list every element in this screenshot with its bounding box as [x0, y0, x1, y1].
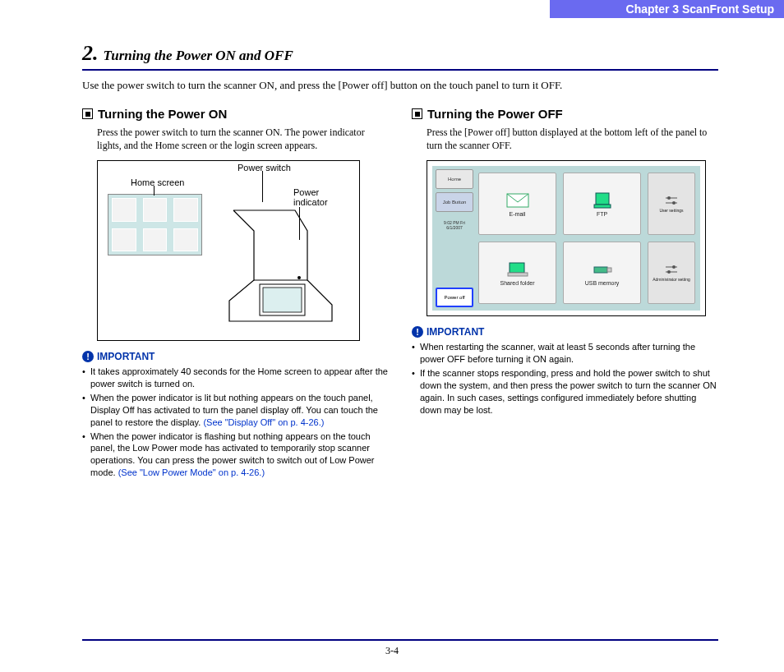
power-on-body: Press the power switch to turn the scann… — [82, 126, 389, 152]
tile-ftp[interactable]: FTP — [563, 173, 641, 235]
tile-label: E-mail — [510, 211, 526, 217]
svg-rect-4 — [596, 193, 609, 205]
power-on-notes: It takes approximately 40 seconds for th… — [82, 366, 389, 479]
svg-rect-1 — [263, 288, 302, 312]
svg-rect-13 — [607, 268, 611, 272]
svg-rect-12 — [594, 267, 607, 273]
pc-icon — [506, 260, 529, 278]
note-item: When the power indicator is lit but noth… — [82, 392, 389, 429]
leader-line — [154, 186, 154, 196]
svg-point-16 — [672, 265, 676, 269]
tile-label: USB memory — [585, 280, 620, 286]
subheading-power-on: Turning the Power ON — [82, 107, 389, 121]
column-power-off: Turning the Power OFF Press the [Power o… — [412, 107, 718, 481]
sidebar-poweroff-button[interactable]: Power off — [436, 288, 473, 307]
svg-point-9 — [672, 201, 676, 205]
tile-label: FTP — [597, 211, 607, 217]
important-label: IMPORTANT — [427, 326, 484, 338]
note-item: If the scanner stops responding, press a… — [412, 367, 718, 416]
svg-point-2 — [297, 276, 301, 279]
mail-icon — [506, 191, 529, 209]
svg-rect-11 — [508, 273, 528, 276]
note-item: When the power indicator is flashing but… — [82, 430, 389, 479]
page-number: 3-4 — [0, 645, 784, 657]
tile-usb[interactable]: USB memory — [563, 242, 641, 304]
subheading-text: Turning the Power OFF — [427, 107, 563, 121]
note-item: When restarting the scanner, wait at lea… — [412, 341, 718, 366]
mini-home-screen — [108, 194, 202, 255]
sidebar-datetime: 9:02 PM Fri 6/1/2007 — [436, 215, 473, 235]
tile-admin-settings[interactable]: Administrator setting — [648, 242, 695, 304]
tile-label: Administrator setting — [653, 277, 690, 282]
note-item: It takes approximately 40 seconds for th… — [82, 366, 389, 390]
section-title: 2. Turning the Power ON and OFF — [82, 41, 718, 71]
sidebar-job-button[interactable]: Job Button — [436, 192, 473, 212]
touchpanel-sidebar: Home Job Button 9:02 PM Fri 6/1/2007 Pow… — [436, 169, 473, 307]
important-label: IMPORTANT — [97, 351, 154, 362]
svg-point-17 — [667, 270, 671, 274]
figure-power-off: Home Job Button 9:02 PM Fri 6/1/2007 Pow… — [427, 160, 706, 316]
label-power-switch: Power switch — [238, 163, 291, 173]
footer-rule — [82, 639, 718, 641]
tile-email[interactable]: E-mail — [478, 173, 556, 235]
tile-label: Shared folder — [500, 280, 534, 286]
column-power-on: Turning the Power ON Press the power swi… — [82, 107, 389, 481]
scanner-drawing — [217, 202, 348, 334]
svg-rect-5 — [594, 205, 611, 208]
label-home-screen: Home screen — [131, 177, 184, 187]
important-icon: ! — [82, 351, 94, 362]
usb-icon — [591, 260, 614, 278]
tile-user-settings[interactable]: User settings — [648, 173, 695, 235]
bullet-box-icon — [82, 108, 93, 119]
chapter-header: Chapter 3 ScanFront Setup — [550, 0, 784, 18]
sliders-icon — [664, 195, 679, 206]
power-off-notes: When restarting the scanner, wait at lea… — [412, 341, 718, 416]
subheading-power-off: Turning the Power OFF — [412, 107, 718, 121]
sliders-icon — [664, 264, 679, 275]
server-icon — [591, 191, 614, 209]
svg-rect-10 — [510, 263, 524, 273]
tile-shared-folder[interactable]: Shared folder — [478, 242, 556, 304]
section-heading: Turning the Power ON and OFF — [104, 48, 293, 64]
figure-power-on: Home screen Power switch Power indicator — [97, 160, 360, 341]
page-content: 2. Turning the Power ON and OFF Use the … — [82, 41, 718, 631]
power-off-body: Press the [Power off] button displayed a… — [412, 126, 718, 152]
cross-ref-link[interactable]: (See "Low Power Mode" on p. 4-26.) — [118, 467, 265, 477]
touchpanel-grid: E-mail FTP User settings Shared fol — [478, 173, 695, 304]
tile-label: User settings — [659, 208, 683, 213]
cross-ref-link[interactable]: (See "Display Off" on p. 4-26.) — [203, 417, 324, 427]
leader-line — [262, 171, 263, 202]
important-callout: ! IMPORTANT — [412, 326, 718, 338]
section-number: 2. — [82, 41, 99, 66]
subheading-text: Turning the Power ON — [98, 107, 227, 121]
intro-text: Use the power switch to turn the scanner… — [82, 79, 718, 92]
important-callout: ! IMPORTANT — [82, 351, 389, 362]
bullet-box-icon — [412, 108, 422, 119]
sidebar-home-button[interactable]: Home — [436, 169, 473, 189]
svg-point-8 — [667, 196, 671, 200]
important-icon: ! — [412, 326, 423, 338]
